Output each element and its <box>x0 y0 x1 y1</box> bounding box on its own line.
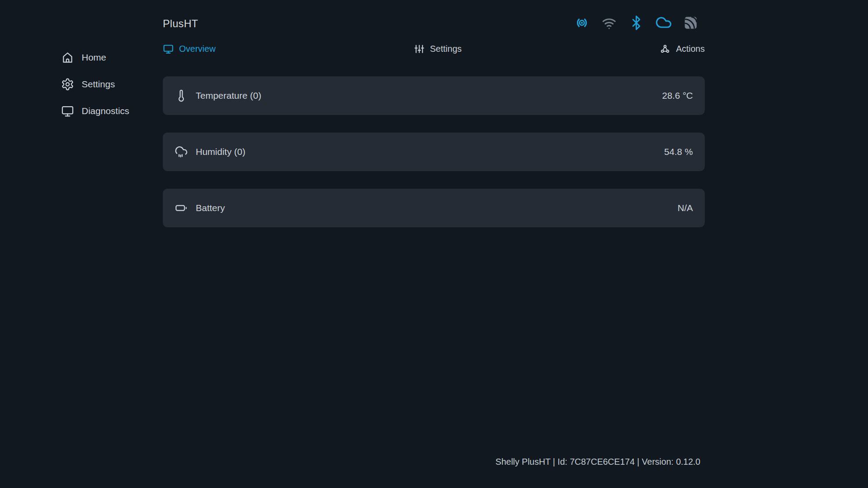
bluetooth-icon <box>628 14 645 32</box>
tab-actions[interactable]: Actions <box>660 43 705 54</box>
sidebar-item-label: Home <box>82 52 106 63</box>
tab-label: Settings <box>430 44 462 54</box>
access-point-icon <box>573 14 591 32</box>
humidity-card[interactable]: Humidity (0) 54.8 % <box>163 133 705 171</box>
cloud-icon <box>655 14 672 32</box>
webhook-icon <box>660 43 671 54</box>
temperature-card[interactable]: Temperature (0) 28.6 °C <box>163 76 705 115</box>
status-bar <box>573 14 699 32</box>
temperature-value: 28.6 °C <box>662 90 693 101</box>
card-label: Humidity (0) <box>196 147 245 157</box>
humidity-value: 54.8 % <box>664 147 693 157</box>
monitor-icon <box>163 43 174 54</box>
sidebar-item-label: Settings <box>82 79 115 90</box>
wifi-icon <box>600 14 618 32</box>
thermometer-icon <box>175 89 188 102</box>
cloud-drizzle-icon <box>175 145 188 158</box>
page-title: PlusHT <box>163 18 198 30</box>
card-label: Temperature (0) <box>196 90 261 101</box>
sidebar-item-label: Diagnostics <box>82 106 129 116</box>
gear-icon <box>61 78 74 91</box>
battery-value: N/A <box>678 203 693 213</box>
device-info-footer: Shelly PlusHT | Id: 7C87CE6CE174 | Versi… <box>495 457 700 467</box>
sidebar-item-home[interactable]: Home <box>61 50 129 65</box>
sidebar: Home Settings Diagnostics <box>61 50 129 118</box>
tab-settings[interactable]: Settings <box>414 43 462 54</box>
tab-bar: Overview Settings Actions <box>163 43 705 54</box>
tab-label: Overview <box>179 44 215 54</box>
tab-label: Actions <box>676 44 705 54</box>
tab-overview[interactable]: Overview <box>163 43 215 54</box>
card-list: Temperature (0) 28.6 °C Humidity (0) 54.… <box>163 76 705 227</box>
sidebar-item-diagnostics[interactable]: Diagnostics <box>61 103 129 118</box>
monitor-icon <box>61 104 74 118</box>
home-icon <box>61 51 74 64</box>
battery-card[interactable]: Battery N/A <box>163 189 705 227</box>
battery-icon <box>175 201 188 215</box>
card-label: Battery <box>196 203 225 213</box>
sliders-icon <box>414 43 425 54</box>
mqtt-icon <box>682 14 699 32</box>
sidebar-item-settings[interactable]: Settings <box>61 76 129 92</box>
